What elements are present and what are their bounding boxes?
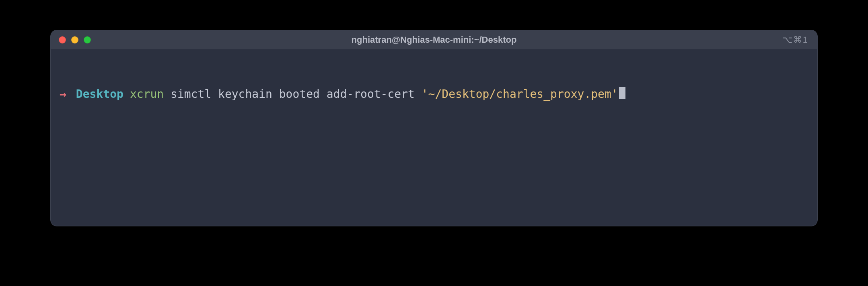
- terminal-body[interactable]: → Desktop xcrun simctl keychain booted a…: [51, 50, 817, 138]
- prompt-cwd: Desktop: [76, 87, 123, 102]
- pane-shortcut-indicator: ⌥⌘1: [782, 35, 808, 45]
- window-title: nghiatran@Nghias-Mac-mini:~/Desktop: [51, 35, 817, 45]
- command-name: xcrun: [130, 87, 164, 102]
- traffic-lights: [59, 36, 91, 44]
- command-string-arg: '~/Desktop/charles_proxy.pem': [422, 87, 618, 102]
- minimize-icon[interactable]: [71, 36, 78, 44]
- cursor-icon: [619, 87, 625, 99]
- close-icon[interactable]: [59, 36, 66, 44]
- prompt-line: → Desktop xcrun simctl keychain booted a…: [60, 86, 808, 102]
- titlebar: nghiatran@Nghias-Mac-mini:~/Desktop ⌥⌘1: [51, 30, 817, 50]
- terminal-window: nghiatran@Nghias-Mac-mini:~/Desktop ⌥⌘1 …: [50, 30, 818, 226]
- zoom-icon[interactable]: [84, 36, 91, 44]
- command-args: simctl keychain booted add-root-cert: [164, 87, 422, 102]
- prompt-arrow-icon: →: [60, 87, 66, 102]
